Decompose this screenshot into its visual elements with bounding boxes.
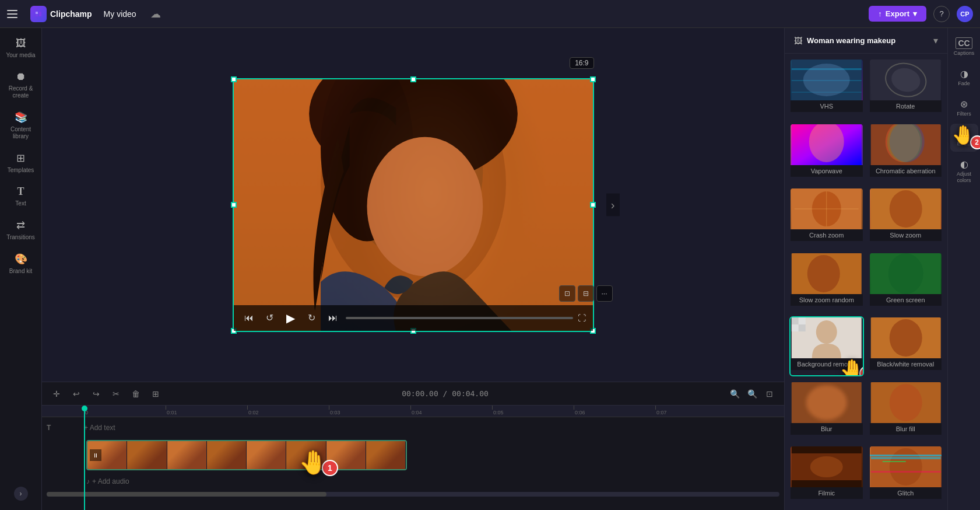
effect-rotate[interactable]: Rotate bbox=[869, 58, 943, 118]
forward-button[interactable]: ↻ bbox=[304, 310, 320, 326]
sidebar-item-your-media[interactable]: 🖼 Your media bbox=[2, 33, 40, 64]
effect-vhs-name: VHS bbox=[791, 100, 863, 112]
text-track-content: + Add text bbox=[84, 417, 784, 438]
effect-chromatic[interactable]: Chromatic aberration bbox=[869, 123, 943, 183]
far-right-tools: CC Captions ◑ Fade ⊛ Filters ✦ Effe... 🤚… bbox=[947, 28, 980, 510]
menu-button[interactable] bbox=[7, 7, 21, 21]
pip-button[interactable]: ⊟ bbox=[578, 285, 594, 302]
play-button[interactable]: ▶ bbox=[283, 310, 299, 326]
brand-kit-icon: 🎨 bbox=[15, 253, 27, 266]
handle-top-middle[interactable] bbox=[410, 76, 416, 82]
zoom-out-button[interactable]: 🔍 bbox=[727, 386, 742, 401]
handle-top-left[interactable] bbox=[231, 76, 237, 82]
handle-top-right[interactable] bbox=[590, 76, 596, 82]
timeline-ruler: 0 0:01 0:02 0:03 bbox=[42, 406, 784, 417]
filters-icon: ⊛ bbox=[960, 99, 968, 110]
more-button[interactable]: ··· bbox=[596, 285, 613, 302]
playhead[interactable] bbox=[84, 406, 85, 510]
tool-captions[interactable]: CC Captions bbox=[950, 33, 978, 61]
effect-filmic-name: Filmic bbox=[791, 487, 863, 499]
panel-collapse-button[interactable]: ▾ bbox=[933, 35, 938, 46]
tool-effects[interactable]: ✦ Effe... 🤚 2 bbox=[950, 124, 978, 152]
video-strip[interactable]: ⏸ bbox=[86, 440, 407, 470]
effect-glitch[interactable]: Glitch bbox=[869, 445, 943, 505]
strip-frame bbox=[366, 441, 406, 469]
main-area: 🖼 Your media ⏺ Record & create 📚 Content… bbox=[0, 28, 980, 510]
svg-rect-34 bbox=[792, 324, 799, 331]
scrollbar-thumb[interactable] bbox=[47, 492, 326, 497]
rewind-button[interactable]: ↺ bbox=[262, 310, 278, 326]
nav-arrow-right[interactable]: › bbox=[606, 194, 620, 216]
video-canvas[interactable]: ⏮ ↺ ▶ ↻ ⏭ ⛶ bbox=[233, 78, 594, 332]
strip-pause-button[interactable]: ⏸ bbox=[90, 449, 101, 461]
effect-bwremoval-name: Black/white removal bbox=[870, 358, 942, 370]
fit-button[interactable]: ⊡ bbox=[762, 386, 777, 401]
sidebar-item-templates[interactable]: ⊞ Templates bbox=[2, 147, 40, 179]
video-title[interactable]: My video bbox=[99, 7, 141, 21]
ruler-mark-4: 0:04 bbox=[412, 410, 422, 415]
detach-audio-button[interactable]: ⊞ bbox=[148, 386, 163, 401]
ruler-mark-2: 0:02 bbox=[248, 410, 259, 415]
sidebar-item-text[interactable]: T Text bbox=[2, 181, 40, 212]
effect-filmic[interactable]: Filmic bbox=[789, 445, 864, 505]
effect-blur[interactable]: Blur bbox=[789, 381, 864, 441]
timeline-scrollbar[interactable] bbox=[47, 492, 779, 497]
fullscreen-button[interactable]: ⛶ bbox=[578, 313, 586, 323]
svg-rect-0 bbox=[34, 9, 43, 19]
effect-vhs[interactable]: VHS bbox=[789, 58, 864, 118]
progress-bar[interactable] bbox=[346, 317, 573, 319]
sidebar-item-record-create[interactable]: ⏺ Record & create bbox=[2, 66, 40, 104]
effect-bgremoval[interactable]: Background removal 🤚 3 bbox=[789, 316, 864, 376]
effect-bwremoval[interactable]: Black/white removal bbox=[869, 316, 943, 376]
export-button[interactable]: ↑ Export ▾ bbox=[869, 6, 926, 22]
sidebar-item-content-library[interactable]: 📚 Content library bbox=[2, 106, 40, 145]
aspect-ratio-badge: 16:9 bbox=[570, 57, 593, 69]
svg-point-38 bbox=[889, 319, 922, 357]
fade-icon: ◑ bbox=[960, 68, 968, 79]
delete-button[interactable]: 🗑 bbox=[128, 386, 143, 401]
effect-crashzoom[interactable]: Crash zoom bbox=[789, 187, 864, 247]
crop-button[interactable]: ⊡ bbox=[559, 285, 575, 302]
help-button[interactable]: ? bbox=[933, 6, 950, 22]
handle-middle-right[interactable] bbox=[590, 202, 596, 208]
transitions-icon: ⇄ bbox=[16, 219, 25, 232]
zoom-in-button[interactable]: 🔍 bbox=[744, 386, 760, 401]
add-text-button[interactable]: + Add text bbox=[84, 424, 115, 432]
skip-forward-button[interactable]: ⏭ bbox=[325, 310, 341, 326]
sidebar-item-transitions[interactable]: ⇄ Transitions bbox=[2, 214, 40, 246]
undo-button[interactable]: ↩ bbox=[69, 386, 84, 401]
effect-slowzoomrandom[interactable]: Slow zoom random bbox=[789, 252, 864, 312]
extra-controls: ⊡ ⊟ ··· bbox=[559, 285, 613, 302]
effects-icon: ✦ bbox=[960, 128, 968, 139]
sidebar-item-label: Your media bbox=[6, 52, 35, 59]
effect-vaporwave[interactable]: Vaporwave bbox=[789, 123, 864, 183]
effect-slowzoom[interactable]: Slow zoom bbox=[869, 187, 943, 247]
select-tool[interactable]: ✛ bbox=[49, 386, 64, 401]
sidebar-item-brand-kit[interactable]: 🎨 Brand kit bbox=[2, 248, 40, 280]
ruler-mark-3: 0:03 bbox=[330, 410, 340, 415]
skip-back-button[interactable]: ⏮ bbox=[241, 310, 257, 326]
redo-button[interactable]: ↪ bbox=[89, 386, 104, 401]
timeline-time-display: 00:00.00 / 00:04.00 bbox=[402, 389, 489, 398]
playhead-head bbox=[82, 406, 87, 411]
timeline: ✛ ↩ ↪ ✂ 🗑 ⊞ 00:00.00 / 00:04.00 🔍 🔍 ⊡ bbox=[42, 382, 784, 510]
panel-title: Woman wearing makeup bbox=[807, 36, 895, 45]
timeline-zoom-controls: 🔍 🔍 ⊡ bbox=[727, 386, 777, 401]
tool-adjust-colors[interactable]: ◐ Adjust colors bbox=[950, 154, 978, 188]
sidebar-item-label: Transitions bbox=[6, 234, 35, 241]
svg-rect-33 bbox=[799, 317, 806, 324]
effect-greenscreen[interactable]: Green screen bbox=[869, 252, 943, 312]
effect-blurfill[interactable]: Blur fill bbox=[869, 381, 943, 441]
sidebar-item-label: Record & create bbox=[5, 85, 37, 99]
svg-point-30 bbox=[888, 253, 923, 294]
video-track-content[interactable]: ⏸ bbox=[84, 438, 784, 472]
add-audio-button[interactable]: ♪ + Add audio bbox=[86, 477, 129, 485]
export-chevron: ▾ bbox=[913, 9, 917, 18]
cut-button[interactable]: ✂ bbox=[108, 386, 124, 401]
handle-middle-left[interactable] bbox=[231, 202, 237, 208]
tool-fade[interactable]: ◑ Fade bbox=[950, 64, 978, 92]
tool-filters[interactable]: ⊛ Filters bbox=[950, 94, 978, 122]
avatar[interactable]: CP bbox=[957, 6, 973, 22]
strip-frames bbox=[87, 441, 406, 469]
sidebar-collapse-button[interactable]: › bbox=[14, 487, 28, 501]
